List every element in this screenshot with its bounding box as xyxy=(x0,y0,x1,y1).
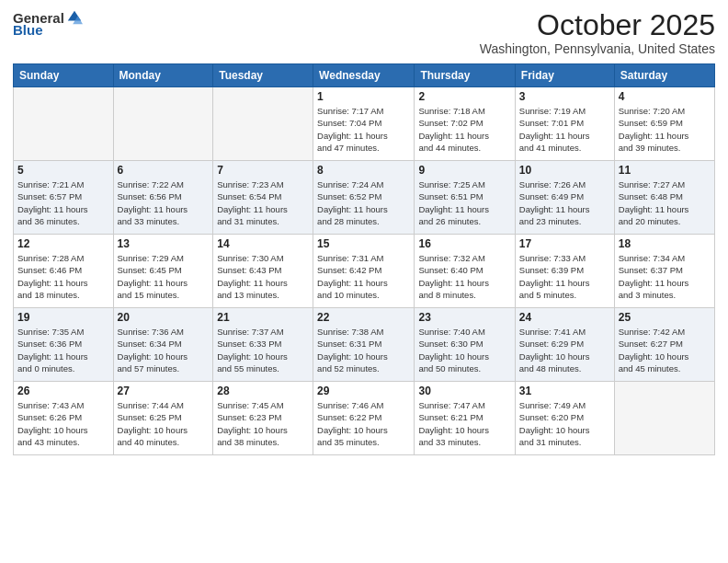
col-wednesday: Wednesday xyxy=(313,64,415,87)
day-number: 20 xyxy=(118,311,210,324)
day-info: Sunrise: 7:33 AMSunset: 6:39 PMDaylight:… xyxy=(519,252,610,301)
table-row: 28Sunrise: 7:45 AMSunset: 6:23 PMDayligh… xyxy=(213,382,313,455)
day-number: 27 xyxy=(118,385,210,397)
day-number: 24 xyxy=(519,311,610,324)
day-info: Sunrise: 7:42 AMSunset: 6:27 PMDaylight:… xyxy=(619,326,711,374)
table-row: 31Sunrise: 7:49 AMSunset: 6:20 PMDayligh… xyxy=(515,382,614,455)
table-row: 24Sunrise: 7:41 AMSunset: 6:29 PMDayligh… xyxy=(515,308,614,382)
day-number: 11 xyxy=(619,164,711,177)
day-info: Sunrise: 7:32 AMSunset: 6:40 PMDaylight:… xyxy=(418,252,510,301)
table-row: 18Sunrise: 7:34 AMSunset: 6:37 PMDayligh… xyxy=(614,235,714,308)
day-info: Sunrise: 7:41 AMSunset: 6:29 PMDaylight:… xyxy=(519,326,610,374)
day-number: 16 xyxy=(418,237,510,250)
day-number: 23 xyxy=(418,311,510,324)
col-friday: Friday xyxy=(515,64,614,87)
day-number: 26 xyxy=(17,385,109,397)
table-row: 3Sunrise: 7:19 AMSunset: 7:01 PMDaylight… xyxy=(515,87,614,161)
day-number: 2 xyxy=(418,90,510,103)
table-row: 10Sunrise: 7:26 AMSunset: 6:49 PMDayligh… xyxy=(515,161,614,235)
day-info: Sunrise: 7:29 AMSunset: 6:45 PMDaylight:… xyxy=(118,252,210,301)
col-tuesday: Tuesday xyxy=(213,64,313,87)
calendar-week-row: 26Sunrise: 7:43 AMSunset: 6:26 PMDayligh… xyxy=(14,382,715,455)
table-row: 7Sunrise: 7:23 AMSunset: 6:54 PMDaylight… xyxy=(213,161,313,235)
day-number: 4 xyxy=(619,90,711,103)
table-row xyxy=(113,87,213,161)
title-section: October 2025 Washington, Pennsylvania, U… xyxy=(480,9,715,56)
day-number: 25 xyxy=(619,311,711,324)
day-info: Sunrise: 7:36 AMSunset: 6:34 PMDaylight:… xyxy=(118,326,210,374)
month-title: October 2025 xyxy=(480,9,715,41)
day-info: Sunrise: 7:37 AMSunset: 6:33 PMDaylight:… xyxy=(217,326,309,374)
day-info: Sunrise: 7:49 AMSunset: 6:20 PMDaylight:… xyxy=(519,399,610,448)
calendar-table: Sunday Monday Tuesday Wednesday Thursday… xyxy=(13,63,715,455)
table-row: 17Sunrise: 7:33 AMSunset: 6:39 PMDayligh… xyxy=(515,235,614,308)
table-row: 22Sunrise: 7:38 AMSunset: 6:31 PMDayligh… xyxy=(313,308,415,382)
table-row: 21Sunrise: 7:37 AMSunset: 6:33 PMDayligh… xyxy=(213,308,313,382)
table-row xyxy=(614,382,714,455)
col-saturday: Saturday xyxy=(614,64,714,87)
day-info: Sunrise: 7:45 AMSunset: 6:23 PMDaylight:… xyxy=(217,399,309,448)
table-row: 13Sunrise: 7:29 AMSunset: 6:45 PMDayligh… xyxy=(113,235,213,308)
logo: General Blue xyxy=(13,9,83,38)
day-info: Sunrise: 7:46 AMSunset: 6:22 PMDaylight:… xyxy=(317,399,410,448)
calendar-header-row: Sunday Monday Tuesday Wednesday Thursday… xyxy=(14,64,715,87)
table-row: 9Sunrise: 7:25 AMSunset: 6:51 PMDaylight… xyxy=(415,161,515,235)
day-info: Sunrise: 7:17 AMSunset: 7:04 PMDaylight:… xyxy=(317,105,410,154)
day-info: Sunrise: 7:47 AMSunset: 6:21 PMDaylight:… xyxy=(418,399,510,448)
day-number: 30 xyxy=(418,385,510,397)
col-monday: Monday xyxy=(113,64,213,87)
table-row: 2Sunrise: 7:18 AMSunset: 7:02 PMDaylight… xyxy=(415,87,515,161)
table-row: 15Sunrise: 7:31 AMSunset: 6:42 PMDayligh… xyxy=(313,235,415,308)
day-number: 3 xyxy=(519,90,610,103)
table-row: 14Sunrise: 7:30 AMSunset: 6:43 PMDayligh… xyxy=(213,235,313,308)
day-number: 21 xyxy=(217,311,309,324)
day-info: Sunrise: 7:44 AMSunset: 6:25 PMDaylight:… xyxy=(118,399,210,448)
table-row: 25Sunrise: 7:42 AMSunset: 6:27 PMDayligh… xyxy=(614,308,714,382)
day-number: 17 xyxy=(519,237,610,250)
day-info: Sunrise: 7:21 AMSunset: 6:57 PMDaylight:… xyxy=(17,178,109,227)
table-row: 12Sunrise: 7:28 AMSunset: 6:46 PMDayligh… xyxy=(14,235,114,308)
page-header: General Blue October 2025 Washington, Pe… xyxy=(13,9,715,56)
day-number: 1 xyxy=(317,90,410,103)
table-row xyxy=(14,87,114,161)
table-row: 27Sunrise: 7:44 AMSunset: 6:25 PMDayligh… xyxy=(113,382,213,455)
day-info: Sunrise: 7:18 AMSunset: 7:02 PMDaylight:… xyxy=(418,105,510,154)
day-number: 9 xyxy=(418,164,510,177)
logo-blue: Blue xyxy=(13,22,43,38)
col-sunday: Sunday xyxy=(14,64,114,87)
day-info: Sunrise: 7:24 AMSunset: 6:52 PMDaylight:… xyxy=(317,178,410,227)
day-info: Sunrise: 7:31 AMSunset: 6:42 PMDaylight:… xyxy=(317,252,410,301)
day-info: Sunrise: 7:26 AMSunset: 6:49 PMDaylight:… xyxy=(519,178,610,227)
col-thursday: Thursday xyxy=(415,64,515,87)
table-row: 19Sunrise: 7:35 AMSunset: 6:36 PMDayligh… xyxy=(14,308,114,382)
day-info: Sunrise: 7:23 AMSunset: 6:54 PMDaylight:… xyxy=(217,178,309,227)
table-row: 6Sunrise: 7:22 AMSunset: 6:56 PMDaylight… xyxy=(113,161,213,235)
logo-icon xyxy=(66,9,83,26)
day-number: 22 xyxy=(317,311,410,324)
table-row: 4Sunrise: 7:20 AMSunset: 6:59 PMDaylight… xyxy=(614,87,714,161)
day-info: Sunrise: 7:38 AMSunset: 6:31 PMDaylight:… xyxy=(317,326,410,374)
table-row xyxy=(213,87,313,161)
day-number: 13 xyxy=(118,237,210,250)
day-info: Sunrise: 7:27 AMSunset: 6:48 PMDaylight:… xyxy=(619,178,711,227)
day-number: 6 xyxy=(118,164,210,177)
table-row: 8Sunrise: 7:24 AMSunset: 6:52 PMDaylight… xyxy=(313,161,415,235)
day-number: 8 xyxy=(317,164,410,177)
table-row: 1Sunrise: 7:17 AMSunset: 7:04 PMDaylight… xyxy=(313,87,415,161)
day-info: Sunrise: 7:25 AMSunset: 6:51 PMDaylight:… xyxy=(418,178,510,227)
day-info: Sunrise: 7:22 AMSunset: 6:56 PMDaylight:… xyxy=(118,178,210,227)
table-row: 20Sunrise: 7:36 AMSunset: 6:34 PMDayligh… xyxy=(113,308,213,382)
day-number: 28 xyxy=(217,385,309,397)
table-row: 16Sunrise: 7:32 AMSunset: 6:40 PMDayligh… xyxy=(415,235,515,308)
day-number: 14 xyxy=(217,237,309,250)
day-info: Sunrise: 7:19 AMSunset: 7:01 PMDaylight:… xyxy=(519,105,610,154)
day-number: 12 xyxy=(17,237,109,250)
day-info: Sunrise: 7:43 AMSunset: 6:26 PMDaylight:… xyxy=(17,399,109,448)
day-info: Sunrise: 7:30 AMSunset: 6:43 PMDaylight:… xyxy=(217,252,309,301)
day-number: 29 xyxy=(317,385,410,397)
day-info: Sunrise: 7:34 AMSunset: 6:37 PMDaylight:… xyxy=(619,252,711,301)
calendar-week-row: 5Sunrise: 7:21 AMSunset: 6:57 PMDaylight… xyxy=(14,161,715,235)
day-info: Sunrise: 7:20 AMSunset: 6:59 PMDaylight:… xyxy=(619,105,711,154)
table-row: 11Sunrise: 7:27 AMSunset: 6:48 PMDayligh… xyxy=(614,161,714,235)
calendar-week-row: 12Sunrise: 7:28 AMSunset: 6:46 PMDayligh… xyxy=(14,235,715,308)
